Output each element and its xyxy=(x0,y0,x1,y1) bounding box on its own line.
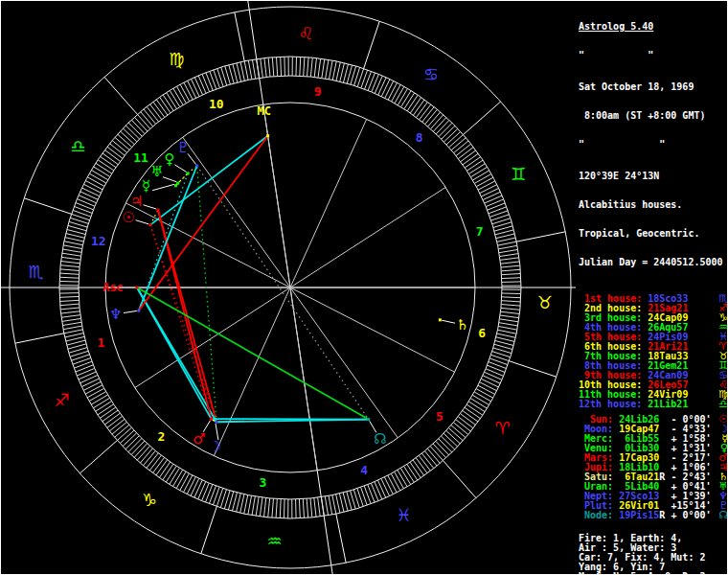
zodiac-sign-glyph: ♐ xyxy=(55,390,70,410)
house-number: 10 xyxy=(209,97,224,111)
planet-position-list: Sun: 24Lib26 - 0°00'☉ Moon: 19Cap47 - 4°… xyxy=(579,415,728,520)
house-cusp-list: 1st house: 18Sco33♏ 2nd house: 21Sag21♐ … xyxy=(579,294,728,409)
house-number: 1 xyxy=(97,335,104,350)
planet-row: Node: 19Pis15R + 0°00'☊ xyxy=(579,511,728,520)
wheel-planet-glyph: ☊ xyxy=(374,430,386,448)
zodiac-sign-glyph: ♊ xyxy=(511,164,526,184)
house-row: 12th house: 21Lib21♎ xyxy=(579,400,728,409)
planet-glyphs: ☉☽☿♀♂♃♄♅♆♇☊ xyxy=(109,139,468,455)
wheel-planet-glyph: ♇ xyxy=(176,139,189,156)
natal-chart-wheel: ♈♉♊♋♌♍♎♏♐♑♒♓123456789101112☉☽☿♀♂♃♄♅♆♇☊As… xyxy=(1,1,576,574)
midheaven-label: MC xyxy=(258,104,271,118)
house-system: Alcabitius houses. xyxy=(579,200,728,210)
zodiac-sign-glyph: ♎ xyxy=(70,136,85,156)
house-number: 12 xyxy=(91,234,106,248)
house-number: 4 xyxy=(360,463,368,477)
zodiac-sign-glyph: ♓ xyxy=(396,505,411,525)
ditto-marks: " " xyxy=(579,140,728,150)
chart-time: 8:00am (ST +8:00 GMT) xyxy=(579,111,728,121)
zodiac-sign-glyph: ♏ xyxy=(28,262,43,282)
wheel-planet-glyph: ♀ xyxy=(164,150,174,168)
julian-day: Julian Day = 2440512.5000 xyxy=(579,258,728,267)
ditto-marks: " " xyxy=(579,51,728,60)
element-tally: Fire: 1, Earth: 4,Air : 5, Water: 3Car: … xyxy=(579,534,728,575)
house-number: 3 xyxy=(259,475,266,490)
house-number: 11 xyxy=(133,150,148,165)
house-cusps xyxy=(105,104,475,471)
zodiac-sign-glyph: ♍ xyxy=(169,49,184,69)
zodiac-sign-glyph: ♌ xyxy=(298,23,313,43)
zodiac-sign-glyph: ♈ xyxy=(495,418,511,438)
astrolog-window: ♈♉♊♋♌♍♎♏♐♑♒♓123456789101112☉☽☿♀♂♃♄♅♆♇☊As… xyxy=(0,0,728,575)
wheel-planet-glyph: ♃ xyxy=(130,193,143,210)
zodiac-sign-glyph: ♉ xyxy=(536,292,552,312)
chart-coordinates: 120°39E 24°13N xyxy=(579,172,728,181)
house-number: 6 xyxy=(478,326,486,340)
house-number: 8 xyxy=(416,130,423,145)
wheel-planet-glyph: ♄ xyxy=(456,316,468,334)
ascendant-label: Asc xyxy=(102,281,124,294)
zodiac-sign-glyph: ♒ xyxy=(266,531,282,551)
house-number: 5 xyxy=(436,409,444,424)
info-panel: Astrolog 5.40 " " Sat October 18, 1969 8… xyxy=(577,3,728,575)
sign-glyph: ♎ xyxy=(718,400,728,409)
zodiac-sign-glyph: ♋ xyxy=(423,64,439,84)
wheel-planet-glyph: ☽ xyxy=(209,438,221,455)
chart-header: Astrolog 5.40 " " Sat October 18, 1969 8… xyxy=(579,3,728,287)
zodiac-sign-glyph: ♑ xyxy=(142,490,157,510)
aspect-lines xyxy=(137,136,369,423)
planet-glyph: ☊ xyxy=(718,511,728,520)
chart-date: Sat October 18, 1969 xyxy=(579,82,728,92)
wheel-planet-glyph: ♆ xyxy=(109,306,122,323)
wheel-planet-glyph: ♅ xyxy=(150,163,163,180)
app-title: Astrolog 5.40 xyxy=(579,22,728,32)
zodiac-setting: Tropical, Geocentric. xyxy=(579,229,728,239)
house-number: 9 xyxy=(314,84,322,99)
house-number: 7 xyxy=(476,224,484,239)
wheel-planet-glyph: ♂ xyxy=(193,430,205,448)
wheel-planet-glyph: ☉ xyxy=(123,209,135,226)
house-number: 2 xyxy=(157,429,165,444)
